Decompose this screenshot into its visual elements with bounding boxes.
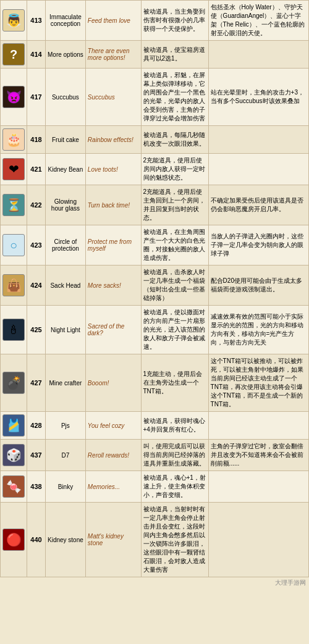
item-icon-cell: 🎂 xyxy=(1,126,27,154)
item-desc-en: Memories... xyxy=(85,471,141,503)
item-desc-cn2 xyxy=(208,41,308,69)
item-desc-cn2: 站在光晕里时，主角的攻击力+3，当有多个Succubus时该效果叠加 xyxy=(208,69,308,126)
table-row: 🍬 438 Binky Memories... 被动道具，魂心+1，射速上升，使… xyxy=(1,471,309,503)
table-row: 💣 427 Mine crafter Booom! 1充能主动，使用后会在主角旁… xyxy=(1,354,309,412)
item-icon-cell: ? xyxy=(1,41,27,69)
item-desc-cn2 xyxy=(208,471,308,503)
item-icon: ❤ xyxy=(2,158,25,180)
item-desc-en: Protect me from myself xyxy=(85,225,141,266)
icon-symbol: 🍬 xyxy=(6,479,22,494)
table-row: 🎂 418 Fruit cake Rainbow effects! 被动道具，每… xyxy=(1,126,309,154)
item-desc-en: More sacks! xyxy=(85,266,141,306)
item-desc-en: Sacred of the dark? xyxy=(85,306,141,354)
icon-symbol: ⏳ xyxy=(6,198,22,212)
item-icon-cell: 👼 xyxy=(1,1,27,41)
item-icon: 🎽 xyxy=(2,414,25,437)
table-row: ? 414 More options There are even more o… xyxy=(1,41,309,69)
item-id: 440 xyxy=(27,503,46,577)
item-desc-cn1: 被动道具，使以撒面对的方向前产生一片扇形的光光，进入该范围的敌人和敌方子弹会被减… xyxy=(141,306,208,354)
item-icon-cell: 🎲 xyxy=(1,440,27,471)
item-desc-cn1: 2充能道具，使用后使主角回到上一个房间，并且回复到当时的状态。 xyxy=(141,185,208,225)
item-id: 413 xyxy=(27,1,46,41)
item-name: Kidney Bean xyxy=(45,154,85,185)
icon-symbol: 👼 xyxy=(6,13,22,28)
icon-symbol: ○ xyxy=(10,238,17,253)
item-icon: 🍬 xyxy=(2,475,25,498)
item-icon: 🎂 xyxy=(2,128,25,151)
icon-symbol: ? xyxy=(10,48,17,62)
icon-symbol: 🎂 xyxy=(6,132,22,147)
icon-symbol: ❤ xyxy=(9,162,19,177)
item-desc-cn2 xyxy=(208,503,308,577)
item-desc-cn1: 被动道具，邪魅，在屏幕上类似弹球移动，它的周围会产生一个黑色的光晕，光晕内的敌人… xyxy=(141,69,208,126)
item-id: 418 xyxy=(27,126,46,154)
item-icon-cell: 💣 xyxy=(1,354,27,412)
icon-symbol: 💣 xyxy=(6,375,22,390)
item-desc-cn2: 不确定加果受伤后使用该道具是否仍会影响恶魔房开启几率。 xyxy=(208,185,308,225)
item-icon-cell: 🕯 xyxy=(1,306,27,354)
item-desc-en: Matt's kidney stone xyxy=(85,503,141,577)
item-desc-en: Reroll rewards! xyxy=(85,440,141,471)
table-row: 👜 424 Sack Head More sacks! 被动道具，击杀敌人时一定… xyxy=(1,266,309,306)
item-icon: 👜 xyxy=(2,274,25,296)
item-desc-cn1: 被动道具，每隔几秒随机改变一次眼泪效果。 xyxy=(141,126,208,154)
item-icon-cell: 👜 xyxy=(1,266,27,306)
table-row: 👼 413 Immaculate conception Feed them lo… xyxy=(1,1,309,41)
item-desc-en: Feed them love xyxy=(85,1,141,41)
item-desc-cn2: 配合D20使用可能会由于生成太多福袋而使游戏强制退出。 xyxy=(208,266,308,306)
item-icon: 🔴 xyxy=(2,529,25,551)
item-id: 425 xyxy=(27,306,46,354)
item-id: 417 xyxy=(27,69,46,126)
item-icon-cell: 🎽 xyxy=(1,412,27,440)
item-icon: ? xyxy=(2,43,25,65)
item-icon-cell: 👿 xyxy=(1,69,27,126)
item-name: Sack Head xyxy=(45,266,85,306)
item-icon: 🕯 xyxy=(2,319,25,341)
table-row: 👿 417 Succubus Succubus 被动道具，邪魅，在屏幕上类似弹球… xyxy=(1,69,309,126)
icon-symbol: 🎲 xyxy=(6,448,22,462)
item-name: Binky xyxy=(45,471,85,503)
item-desc-en: Rainbow effects! xyxy=(85,126,141,154)
item-desc-cn1: 被动道具，当主角娶到伤害时有很微小的几率获得一个天使保护。 xyxy=(141,1,208,41)
item-id: 437 xyxy=(27,440,46,471)
item-desc-cn1: 被动道具，魂心+1，射速上升，使主角体积变小，声音变细。 xyxy=(141,471,208,503)
item-icon: 👿 xyxy=(2,86,25,108)
item-desc-cn1: 被动道具，击杀敌人时一定几率生成一个福袋（短时出会生成一些基础掉落） xyxy=(141,266,208,306)
icon-symbol: 👜 xyxy=(6,278,22,293)
icon-symbol: 🔴 xyxy=(6,532,22,547)
icon-symbol: 👿 xyxy=(6,90,22,104)
icon-symbol: 🎽 xyxy=(6,418,22,433)
item-desc-cn1: 被动道具，使宝箱房道具可以2选1。 xyxy=(141,41,208,69)
item-icon-cell: ❤ xyxy=(1,154,27,185)
table-row: 🔴 440 Kidney stone Matt's kidney stone 被… xyxy=(1,503,309,577)
item-desc-en: Love toots! xyxy=(85,154,141,185)
item-desc-en: Booom! xyxy=(85,354,141,412)
item-name: Glowing hour glass xyxy=(45,185,85,225)
icon-symbol: 🕯 xyxy=(7,323,20,337)
item-name: Circle of protection xyxy=(45,225,85,266)
item-desc-cn2 xyxy=(208,412,308,440)
footer-watermark: 大理手游网 xyxy=(0,577,309,588)
item-id: 422 xyxy=(27,185,46,225)
item-id: 438 xyxy=(27,471,46,503)
item-desc-en: Turn back time! xyxy=(85,185,141,225)
item-desc-cn2: 减速效果有效的范围可能小于实际显示的光的范围，光的方向和移动方向有关，移动方向=… xyxy=(208,306,308,354)
item-icon: ⏳ xyxy=(2,194,25,216)
item-id: 427 xyxy=(27,354,46,412)
item-desc-en: Succubus xyxy=(85,69,141,126)
item-name: Kidney stone xyxy=(45,503,85,577)
item-desc-cn2 xyxy=(208,154,308,185)
item-desc-cn1: 被动道具，获得时魂心+4并回复所有红心。 xyxy=(141,412,208,440)
item-id: 424 xyxy=(27,266,46,306)
item-name: Pjs xyxy=(45,412,85,440)
item-id: 423 xyxy=(27,225,46,266)
item-name: More options xyxy=(45,41,85,69)
item-desc-cn2: 这个TNT箱可以被推动，可以被炸死，可以被主角射中地爆炸，如果当前房间已经该主动… xyxy=(208,354,308,412)
item-icon-cell: ⏳ xyxy=(1,185,27,225)
item-icon-cell: 🍬 xyxy=(1,471,27,503)
item-desc-cn1: 2充能道具，使用后使房间内敌人获得一定时间的魅惑状态。 xyxy=(141,154,208,185)
table-row: 🎽 428 Pjs You feel cozy 被动道具，获得时魂心+4并回复所… xyxy=(1,412,309,440)
item-name: Immaculate conception xyxy=(45,1,85,41)
item-id: 414 xyxy=(27,41,46,69)
item-desc-cn1: 叫，使用完成后可以获得当前房间已经掉落的道具并重新生成落藏。 xyxy=(141,440,208,471)
